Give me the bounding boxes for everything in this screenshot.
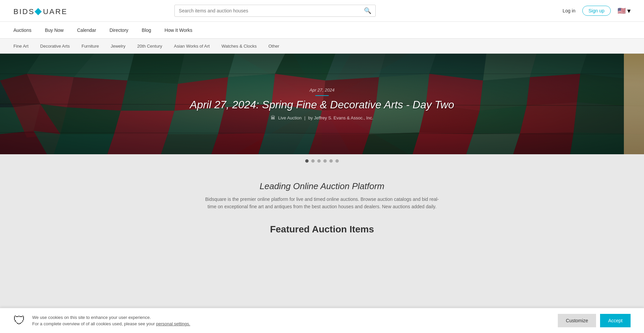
flag-icon: 🇺🇸 <box>618 7 626 15</box>
auction-type: Live Auction <box>278 115 302 120</box>
nav-item-how-it-works[interactable]: How It Works <box>165 22 193 38</box>
hero-meta: 🏛 Live Auction | by Jeffrey S. Evans & A… <box>190 115 454 120</box>
dot-3[interactable] <box>317 159 321 163</box>
header-right: Log in Sign up 🇺🇸 ▾ <box>562 6 631 16</box>
auction-house: by Jeffrey S. Evans & Assoc., Inc. <box>308 115 373 120</box>
accept-button[interactable]: Accept <box>600 314 631 327</box>
dot-1[interactable] <box>305 159 309 163</box>
cat-item-other[interactable]: Other <box>268 44 279 49</box>
cat-item-furniture[interactable]: Furniture <box>82 44 99 49</box>
cat-item-asian-works[interactable]: Asian Works of Art <box>174 44 210 49</box>
hero-date: Apr 27, 2024 <box>190 88 454 93</box>
featured-title: Featured Auction Items <box>7 224 637 235</box>
nav-item-blog[interactable]: Blog <box>142 22 151 38</box>
hero-dots <box>0 154 644 168</box>
cat-item-fine-art[interactable]: Fine Art <box>13 44 29 49</box>
dot-6[interactable] <box>335 159 339 163</box>
dot-5[interactable] <box>329 159 333 163</box>
nav-item-auctions[interactable]: Auctions <box>13 22 32 38</box>
search-input[interactable] <box>179 8 364 13</box>
hero-divider <box>315 95 329 96</box>
nav-bar: Auctions Buy Now Calendar Directory Blog… <box>0 22 644 39</box>
customize-button[interactable]: Customize <box>558 314 596 327</box>
cookie-banner: 🛡 We use cookies on this site to enhance… <box>0 308 644 333</box>
hero-banner: Apr 27, 2024 April 27, 2024: Spring Fine… <box>0 54 644 154</box>
dropdown-arrow: ▾ <box>627 7 631 15</box>
live-auction-icon: 🏛 <box>271 115 275 120</box>
logo-dot: ◆ <box>35 6 43 16</box>
cat-item-jewelry[interactable]: Jewelry <box>111 44 125 49</box>
main-content: Leading Online Auction Platform Bidsquar… <box>0 168 644 255</box>
right-strip <box>624 54 644 154</box>
dot-4[interactable] <box>323 159 327 163</box>
search-icon[interactable]: 🔍 <box>364 7 371 14</box>
platform-description: Bidsquare is the premier online platform… <box>205 196 439 211</box>
platform-title: Leading Online Auction Platform <box>7 181 637 191</box>
category-bar: Fine Art Decorative Arts Furniture Jewel… <box>0 39 644 54</box>
header: BIDS◆UARE 🔍 Log in Sign up 🇺🇸 ▾ <box>0 0 644 22</box>
dot-2[interactable] <box>311 159 315 163</box>
nav-item-directory[interactable]: Directory <box>110 22 128 38</box>
personal-settings-link[interactable]: personal settings. <box>156 321 190 326</box>
logo[interactable]: BIDS◆UARE <box>13 5 67 16</box>
search-bar: 🔍 <box>174 5 376 17</box>
cookie-text-line1: We use cookies on this site to enhance y… <box>32 314 551 321</box>
language-selector[interactable]: 🇺🇸 ▾ <box>618 7 631 15</box>
hero-content: Apr 27, 2024 April 27, 2024: Spring Fine… <box>190 88 454 120</box>
cookie-buttons: Customize Accept <box>558 314 631 327</box>
cookie-text: We use cookies on this site to enhance y… <box>32 314 551 327</box>
meta-separator: | <box>304 115 305 120</box>
logo-text: BIDS◆UARE <box>13 5 67 16</box>
hero-title: April 27, 2024: Spring Fine & Decorative… <box>190 99 454 111</box>
nav-item-calendar[interactable]: Calendar <box>77 22 96 38</box>
cat-item-20th-century[interactable]: 20th Century <box>137 44 162 49</box>
cat-item-decorative-arts[interactable]: Decorative Arts <box>40 44 70 49</box>
cat-item-watches-clocks[interactable]: Watches & Clocks <box>221 44 257 49</box>
cookie-text-line2: For a complete overview of of all cookie… <box>32 321 551 327</box>
signup-button[interactable]: Sign up <box>582 6 611 16</box>
login-link[interactable]: Log in <box>562 8 575 13</box>
cookie-shield-icon: 🛡 <box>13 314 25 328</box>
nav-item-buy-now[interactable]: Buy Now <box>45 22 64 38</box>
